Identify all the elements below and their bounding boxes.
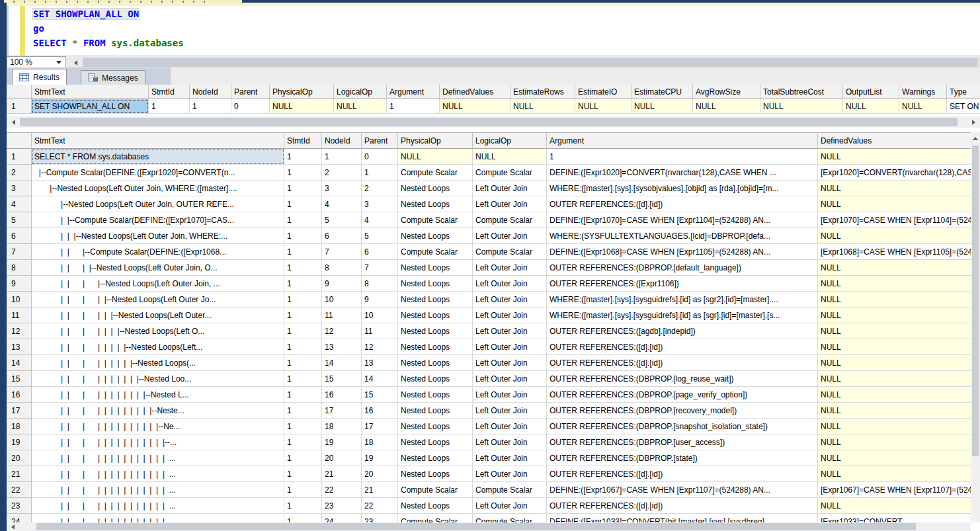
cell[interactable]: OUTER REFERENCES:([d].[id]) — [547, 466, 818, 482]
column-header[interactable]: Parent — [231, 85, 270, 99]
cell[interactable]: 2 — [362, 181, 398, 196]
code-line[interactable]: go — [33, 50, 184, 56]
cell[interactable]: NULL — [818, 434, 971, 450]
cell[interactable]: 1 — [362, 165, 398, 181]
cell[interactable]: WHERE:([master].[sys].[sysguidrefs].[id]… — [547, 292, 818, 307]
cell[interactable]: 1 — [284, 419, 322, 434]
code-line[interactable]: SET SHOWPLAN_ALL ON — [33, 7, 184, 21]
cell[interactable]: 1 — [387, 99, 440, 114]
row-header[interactable]: 10 — [7, 292, 32, 307]
cell[interactable]: NULL — [818, 403, 971, 419]
cell[interactable]: 1 — [284, 228, 322, 244]
row-header[interactable]: 1 — [7, 99, 32, 114]
row-header[interactable]: 19 — [7, 434, 32, 450]
cell[interactable]: 17 — [322, 403, 362, 419]
column-header[interactable]: LogicalOp — [473, 133, 547, 149]
cell[interactable]: 1 — [284, 450, 322, 466]
column-header[interactable]: StmtId — [149, 85, 190, 99]
grid1-hscroll-right-arrow-icon[interactable] — [968, 116, 979, 128]
grid1-hscroll-left-arrow-icon[interactable] — [8, 116, 19, 128]
zoom-level-combobox[interactable]: 100 % — [7, 56, 66, 68]
cell[interactable]: 1 — [284, 434, 322, 450]
row-header[interactable]: 5 — [7, 212, 32, 228]
cell[interactable]: Nested Loops — [398, 403, 473, 419]
column-header[interactable]: Argument — [547, 133, 818, 149]
cell[interactable]: OUTER REFERENCES:([d].[id]) — [547, 196, 818, 212]
cell[interactable]: 14 — [362, 371, 398, 387]
sql-editor[interactable]: SET SHOWPLAN_ALL ONgoSELECT * FROM sys.d… — [7, 6, 980, 56]
cell[interactable]: 21 — [322, 466, 362, 482]
cell[interactable]: | | | | | | | |--Nested Loops(Left... — [32, 339, 284, 355]
cell[interactable]: OUTER REFERENCES:(DBPROP.[state]) — [547, 450, 818, 466]
cell[interactable]: | | | | |--Nested Loops(Left Outer Jo... — [32, 292, 284, 307]
cell[interactable]: Left Outer Join — [473, 498, 547, 514]
column-header[interactable]: LogicalOp — [334, 85, 387, 99]
cell[interactable]: 1 — [284, 292, 322, 307]
cell[interactable]: Left Outer Join — [473, 434, 547, 450]
cell[interactable]: Left Outer Join — [473, 196, 547, 212]
cell[interactable]: 15 — [322, 371, 362, 387]
cell[interactable]: 1 — [284, 498, 322, 514]
cell[interactable]: | | | | | |--Nested Loops(Left Outer... — [32, 307, 284, 323]
cell[interactable]: 23 — [362, 514, 398, 522]
cell[interactable]: 8 — [362, 276, 398, 292]
cell[interactable]: | | | | | | | | | | | | | | ... — [32, 466, 284, 482]
cell[interactable]: 1 — [284, 387, 322, 403]
cell[interactable]: | | | |--Nested Loops(Left Outer Join, O… — [32, 260, 284, 276]
cell[interactable]: 10 — [322, 292, 362, 307]
cell[interactable]: NULL — [440, 99, 510, 114]
cell[interactable]: | | | | | | | | | |--Nested Loo... — [32, 371, 284, 387]
cell[interactable]: OUTER REFERENCES:(DBPROP.[default_langua… — [547, 260, 818, 276]
cell[interactable]: 1 — [190, 99, 231, 114]
cell[interactable]: NULL — [818, 276, 971, 292]
cell[interactable]: 1 — [284, 307, 322, 323]
cell[interactable]: NULL — [575, 99, 632, 114]
cell[interactable]: Nested Loops — [398, 228, 473, 244]
cell[interactable]: Compute Scalar — [398, 482, 473, 498]
cell[interactable]: Left Outer Join — [473, 450, 547, 466]
row-header[interactable]: 17 — [7, 403, 32, 419]
cell[interactable]: Nested Loops — [398, 292, 473, 307]
row-header[interactable]: 8 — [7, 260, 32, 276]
cell[interactable]: 0 — [362, 149, 398, 165]
cell[interactable]: NULL — [818, 292, 971, 307]
cell[interactable]: Nested Loops — [398, 323, 473, 339]
cell[interactable]: WHERE:([master].[sys].[sysguidrefs].[id]… — [547, 307, 818, 323]
cell[interactable]: | | | | | | | | | | | | | | ... — [32, 498, 284, 514]
cell[interactable]: 1 — [149, 99, 190, 114]
cell[interactable]: 6 — [322, 228, 362, 244]
tab-results[interactable]: Results — [12, 69, 67, 85]
cell[interactable]: 19 — [362, 450, 398, 466]
cell[interactable]: 2 — [322, 165, 362, 181]
cell[interactable]: 10 — [362, 307, 398, 323]
cell[interactable]: Compute Scalar — [398, 244, 473, 260]
cell[interactable]: Left Outer Join — [473, 323, 547, 339]
cell[interactable]: SET ON — [947, 99, 980, 114]
cell[interactable]: NULL — [818, 181, 971, 196]
row-header[interactable]: 1 — [7, 149, 32, 165]
cell[interactable]: 1 — [284, 165, 322, 181]
cell[interactable]: NULL — [818, 228, 971, 244]
cell[interactable]: NULL — [818, 419, 971, 434]
cell[interactable]: 7 — [362, 260, 398, 276]
cell[interactable]: OUTER REFERENCES:([d].[id]) — [547, 339, 818, 355]
code-line[interactable]: go — [33, 21, 184, 36]
row-header[interactable]: 9 — [7, 276, 32, 292]
corner-header[interactable] — [7, 85, 32, 99]
grid2-horizontal-scrollbar[interactable] — [7, 522, 971, 531]
cell[interactable]: OUTER REFERENCES:([d].[id]) — [547, 355, 818, 371]
cell[interactable]: 15 — [362, 387, 398, 403]
row-header[interactable]: 13 — [7, 339, 32, 355]
cell[interactable]: | | | | | | | | | | | | | | ... — [32, 450, 284, 466]
cell[interactable]: 1 — [547, 149, 818, 165]
cell[interactable]: 12 — [322, 323, 362, 339]
row-header[interactable]: 22 — [7, 482, 32, 498]
cell[interactable]: 4 — [322, 196, 362, 212]
column-header[interactable]: DefinedValues — [440, 85, 510, 99]
cell[interactable]: Left Outer Join — [473, 466, 547, 482]
cell[interactable]: Left Outer Join — [473, 181, 547, 196]
cell[interactable]: | | | | | | |--Nested Loops(Left O... — [32, 323, 284, 339]
column-header[interactable]: Argument — [387, 85, 440, 99]
cell[interactable]: NULL — [760, 99, 843, 114]
cell[interactable]: | | |--Nested Loops(Left Outer Join, WHE… — [32, 228, 284, 244]
